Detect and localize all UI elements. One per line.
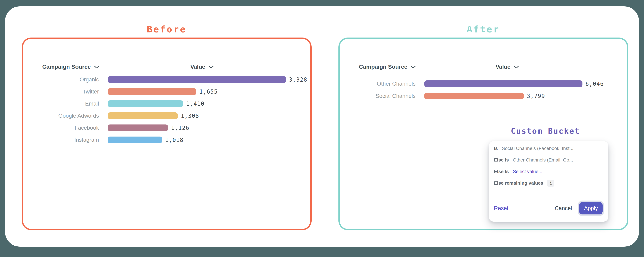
bucket-rule-row: Else IsSelect value... — [494, 168, 604, 175]
bucket-rule-row: Else remaining valuesi — [494, 179, 604, 187]
popup-footer-divider — [489, 196, 608, 196]
after-measure-header[interactable]: Value — [496, 63, 519, 71]
bar-value: 1,018 — [165, 137, 184, 143]
before-measure-header[interactable]: Value — [190, 63, 214, 71]
after-dimension-header[interactable]: Campaign Source — [359, 63, 416, 71]
bar-value: 6,046 — [586, 81, 604, 87]
table-row: Instagram1,018 — [23, 134, 310, 146]
chevron-down-icon — [514, 66, 519, 69]
table-row: Facebook1,126 — [23, 122, 310, 134]
row-label: Instagram — [23, 137, 99, 143]
table-row: Google Adwords1,308 — [23, 110, 310, 122]
before-dimension-header-label: Campaign Source — [42, 63, 91, 71]
bar[interactable] — [108, 100, 183, 107]
bucket-rule-row: Else IsOther Channels (Email, Go... — [494, 156, 604, 164]
row-label: Social Channels — [340, 93, 416, 99]
row-label: Google Adwords — [23, 113, 99, 119]
popup-footer: Reset Cancel Apply — [494, 200, 604, 217]
chevron-down-icon — [411, 66, 416, 69]
rule-condition-label: Else remaining values — [494, 180, 543, 186]
before-dimension-header[interactable]: Campaign Source — [42, 63, 99, 71]
bar[interactable] — [108, 137, 162, 143]
table-row: Organic3,328 — [23, 73, 310, 86]
bar-value: 1,410 — [186, 100, 204, 107]
bar-value: 3,799 — [527, 93, 545, 99]
comparison-screenshot: Before After Campaign Source Value Organ… — [0, 0, 644, 257]
reset-button[interactable]: Reset — [494, 205, 508, 212]
rule-value[interactable]: Other Channels (Email, Go... — [513, 157, 573, 163]
before-title: Before — [22, 24, 312, 35]
custom-bucket-title: Custom Bucket — [495, 126, 596, 136]
before-panel: Campaign Source Value Organic3,328Twitte… — [22, 37, 312, 230]
after-dimension-header-label: Campaign Source — [359, 63, 407, 71]
custom-bucket-popup: IsSocial Channels (Facebook, Inst...Else… — [489, 141, 608, 222]
chevron-down-icon — [209, 66, 214, 69]
bar-value: 1,308 — [181, 113, 199, 119]
bar[interactable] — [424, 93, 524, 99]
table-row: Twitter1,655 — [23, 86, 310, 98]
rule-condition-label: Else Is — [494, 157, 509, 163]
content-card: Before After Campaign Source Value Organ… — [5, 6, 639, 247]
bar[interactable] — [108, 88, 196, 95]
row-label: Other Channels — [340, 81, 416, 87]
row-label: Twitter — [23, 88, 99, 95]
after-panel: Campaign Source Value Other Channels6,04… — [338, 37, 628, 230]
table-row: Other Channels6,046 — [340, 78, 627, 90]
bar[interactable] — [108, 112, 178, 119]
bar[interactable] — [108, 76, 286, 83]
row-label: Facebook — [23, 125, 99, 131]
bucket-rules-list: IsSocial Channels (Facebook, Inst...Else… — [494, 145, 604, 191]
apply-button[interactable]: Apply — [579, 202, 602, 215]
row-label: Organic — [23, 76, 99, 83]
rule-condition-label: Is — [494, 146, 498, 151]
bar-value: 1,126 — [171, 125, 189, 131]
table-row: Social Channels3,799 — [340, 90, 627, 102]
table-row: Email1,410 — [23, 98, 310, 110]
after-measure-header-label: Value — [496, 63, 510, 71]
select-value-link[interactable]: Select value... — [513, 169, 542, 174]
bucket-rule-row: IsSocial Channels (Facebook, Inst... — [494, 145, 604, 152]
info-icon[interactable]: i — [547, 180, 554, 187]
bar[interactable] — [108, 124, 168, 131]
cancel-button[interactable]: Cancel — [555, 205, 572, 212]
bar-value: 3,328 — [289, 76, 307, 83]
before-measure-header-label: Value — [190, 63, 205, 71]
after-title: After — [338, 24, 628, 35]
rule-condition-label: Else Is — [494, 169, 509, 174]
row-label: Email — [23, 100, 99, 107]
bar-value: 1,655 — [200, 88, 218, 95]
bar[interactable] — [424, 80, 582, 87]
chevron-down-icon — [94, 66, 99, 69]
rule-value[interactable]: Social Channels (Facebook, Inst... — [502, 146, 573, 151]
